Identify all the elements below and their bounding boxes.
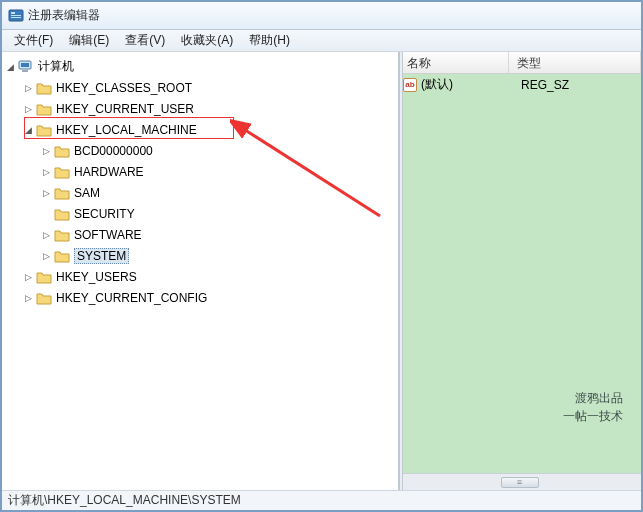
status-path: 计算机\HKEY_LOCAL_MACHINE\SYSTEM <box>8 492 241 509</box>
folder-icon <box>54 228 70 242</box>
value-name: (默认) <box>421 76 521 93</box>
tree-label: SECURITY <box>74 207 135 221</box>
tree-security[interactable]: SECURITY <box>38 203 398 224</box>
menubar: 文件(F) 编辑(E) 查看(V) 收藏夹(A) 帮助(H) <box>2 30 641 52</box>
blank-icon <box>40 208 52 220</box>
tree-label: BCD00000000 <box>74 144 153 158</box>
menu-help[interactable]: 帮助(H) <box>241 30 298 51</box>
folder-icon <box>54 207 70 221</box>
folder-icon <box>54 186 70 200</box>
menu-view[interactable]: 查看(V) <box>117 30 173 51</box>
folder-icon <box>36 123 52 137</box>
scrollbar-horizontal[interactable]: ≡ <box>399 473 641 490</box>
watermark-line2: 一帖一技术 <box>563 407 623 425</box>
folder-icon <box>54 249 70 263</box>
tree-label: HKEY_USERS <box>56 270 137 284</box>
folder-icon <box>36 291 52 305</box>
expand-icon[interactable]: ▷ <box>40 166 52 178</box>
expand-icon[interactable]: ▷ <box>22 271 34 283</box>
tree-root-computer[interactable]: ◢ 计算机 <box>2 56 398 77</box>
tree-hkey-current-user[interactable]: ▷ HKEY_CURRENT_USER <box>20 98 398 119</box>
tree-label: 计算机 <box>38 58 74 75</box>
list-header: 名称 类型 <box>399 52 641 74</box>
tree-label-selected: SYSTEM <box>74 248 129 264</box>
folder-icon <box>54 144 70 158</box>
collapse-icon[interactable]: ◢ <box>4 61 16 73</box>
expand-icon[interactable]: ▷ <box>22 103 34 115</box>
menu-favorites[interactable]: 收藏夹(A) <box>173 30 241 51</box>
watermark: 渡鸦出品 一帖一技术 <box>563 389 623 425</box>
svg-rect-6 <box>22 70 28 72</box>
string-value-icon: ab <box>403 78 417 92</box>
window-title: 注册表编辑器 <box>28 7 100 24</box>
expand-icon[interactable]: ▷ <box>22 82 34 94</box>
col-header-type[interactable]: 类型 <box>509 52 641 73</box>
value-type: REG_SZ <box>521 78 569 92</box>
pane-splitter[interactable] <box>399 52 403 490</box>
tree-hkey-classes-root[interactable]: ▷ HKEY_CLASSES_ROOT <box>20 77 398 98</box>
list-body[interactable]: ab (默认) REG_SZ 渡鸦出品 一帖一技术 <box>399 74 641 473</box>
watermark-line1: 渡鸦出品 <box>563 389 623 407</box>
tree-label: HKEY_CLASSES_ROOT <box>56 81 192 95</box>
svg-rect-1 <box>11 12 15 14</box>
tree-hkey-local-machine[interactable]: ◢ HKEY_LOCAL_MACHINE <box>20 119 398 140</box>
tree-pane[interactable]: ◢ 计算机 ▷ HKEY_CLASSES_ROOT ▷ HKEY_CURRENT… <box>2 52 399 490</box>
tree-label: HARDWARE <box>74 165 144 179</box>
svg-rect-3 <box>11 17 21 18</box>
tree-label: HKEY_CURRENT_CONFIG <box>56 291 207 305</box>
statusbar: 计算机\HKEY_LOCAL_MACHINE\SYSTEM <box>2 490 641 510</box>
expand-icon[interactable]: ▷ <box>40 187 52 199</box>
titlebar: 注册表编辑器 <box>2 2 641 30</box>
content-area: ◢ 计算机 ▷ HKEY_CLASSES_ROOT ▷ HKEY_CURRENT… <box>2 52 641 490</box>
svg-rect-5 <box>21 63 29 67</box>
computer-icon <box>18 60 34 74</box>
svg-rect-2 <box>11 15 21 16</box>
collapse-icon[interactable]: ◢ <box>22 124 34 136</box>
tree-software[interactable]: ▷SOFTWARE <box>38 224 398 245</box>
folder-icon <box>36 270 52 284</box>
tree-system[interactable]: ▷SYSTEM <box>38 245 398 266</box>
expand-icon[interactable]: ▷ <box>40 250 52 262</box>
regedit-icon <box>8 8 24 24</box>
tree-sam[interactable]: ▷SAM <box>38 182 398 203</box>
expand-icon[interactable]: ▷ <box>40 145 52 157</box>
folder-icon <box>36 102 52 116</box>
tree-label: HKEY_CURRENT_USER <box>56 102 194 116</box>
tree-label: SOFTWARE <box>74 228 142 242</box>
col-header-name[interactable]: 名称 <box>399 52 509 73</box>
tree-hardware[interactable]: ▷HARDWARE <box>38 161 398 182</box>
list-pane: 名称 类型 ab (默认) REG_SZ 渡鸦出品 一帖一技术 ≡ <box>399 52 641 490</box>
expand-icon[interactable]: ▷ <box>22 292 34 304</box>
folder-icon <box>54 165 70 179</box>
scrollbar-thumb[interactable]: ≡ <box>501 477 539 488</box>
folder-icon <box>36 81 52 95</box>
menu-file[interactable]: 文件(F) <box>6 30 61 51</box>
tree-bcd[interactable]: ▷BCD00000000 <box>38 140 398 161</box>
tree-label: HKEY_LOCAL_MACHINE <box>56 123 197 137</box>
list-row[interactable]: ab (默认) REG_SZ <box>399 74 641 95</box>
expand-icon[interactable]: ▷ <box>40 229 52 241</box>
tree-hkey-users[interactable]: ▷HKEY_USERS <box>20 266 398 287</box>
menu-edit[interactable]: 编辑(E) <box>61 30 117 51</box>
tree-label: SAM <box>74 186 100 200</box>
tree-hkey-current-config[interactable]: ▷HKEY_CURRENT_CONFIG <box>20 287 398 308</box>
